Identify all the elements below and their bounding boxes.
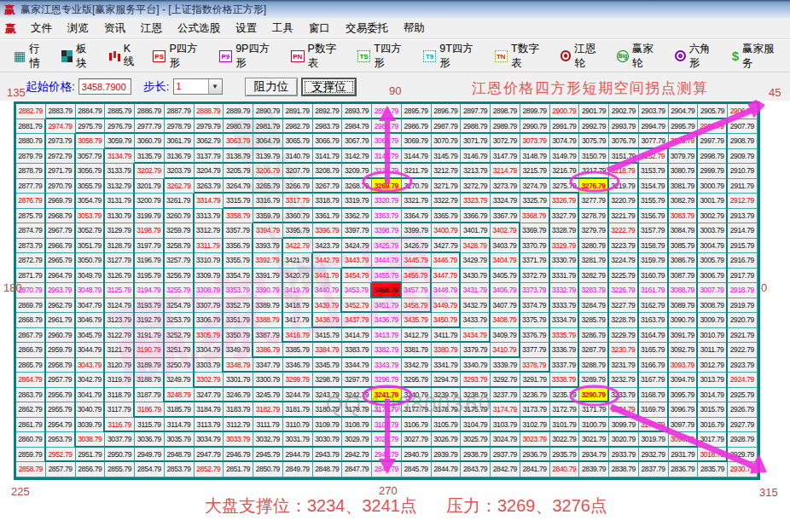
toolbar-label: 板块 xyxy=(76,42,96,71)
support-button[interactable]: 支撑位 xyxy=(301,78,357,96)
grid-cell: 3090.79 xyxy=(669,313,699,328)
toolbar-item-hexagon[interactable]: 六角形 xyxy=(670,39,725,73)
grid-cell: 3101.79 xyxy=(550,418,580,433)
grid-cell: 3263.79 xyxy=(195,179,224,194)
menu-item-9[interactable]: 帮助 xyxy=(396,19,433,38)
grid-cell: 3253.79 xyxy=(165,313,195,328)
toolbar-item-pn[interactable]: PNP数字表 xyxy=(286,39,351,73)
highlight-cell: 3290.79 xyxy=(579,388,609,403)
grid-cell: 3033.79 xyxy=(224,432,253,448)
chevron-down-icon[interactable]: ▼ xyxy=(208,79,222,94)
grid-cell: 3383.79 xyxy=(342,343,372,358)
grid-cell: 2983.79 xyxy=(313,119,343,135)
grid-cell: 3087.79 xyxy=(669,269,699,284)
grid-cell: 2982.79 xyxy=(283,119,313,135)
menu-item-5[interactable]: 设置 xyxy=(228,19,264,38)
grid-cell: 3323.79 xyxy=(461,194,491,209)
start-price-input[interactable] xyxy=(78,78,131,95)
grid-cell: 3139.79 xyxy=(253,149,283,165)
grid-cell: 3367.79 xyxy=(491,209,520,224)
grid-cell: 3421.79 xyxy=(283,253,313,269)
grid-cell: 2857.79 xyxy=(46,462,76,477)
grid-cell: 2913.79 xyxy=(728,209,758,224)
grid-cell: 3348.79 xyxy=(224,358,253,373)
toolbar-item-tn[interactable]: TNT数字表 xyxy=(490,39,554,73)
grid-cell: 3424.79 xyxy=(342,239,372,254)
menu-item-0[interactable]: 文件 xyxy=(23,19,60,38)
grid-cell: 3391.79 xyxy=(253,269,283,284)
grid-cell: 3393.79 xyxy=(253,239,283,254)
grid-cell: 2862.79 xyxy=(16,402,46,418)
grid-cell: 3035.79 xyxy=(165,432,195,448)
grid-cell: 2941.79 xyxy=(372,448,402,463)
grid-cell: 2943.79 xyxy=(313,448,343,463)
grid-cell: 3047.79 xyxy=(76,298,106,314)
grid-cell: 3333.79 xyxy=(550,298,580,314)
toolbar-item-t9[interactable]: T99T四方形 xyxy=(418,39,488,73)
toolbar-item-kline[interactable]: K线 xyxy=(103,40,146,72)
toolbar-label: T数字表 xyxy=(511,42,549,71)
grid-cell: 2975.79 xyxy=(76,119,106,135)
grid-cell: 3350.79 xyxy=(224,328,253,344)
menu-item-8[interactable]: 交易委托 xyxy=(338,19,396,38)
grid-cell: 3408.79 xyxy=(491,313,520,328)
grid-cell: 3169.79 xyxy=(639,402,669,418)
step-select[interactable]: 1 ▼ xyxy=(173,78,223,95)
grid-cell: 3204.79 xyxy=(195,164,224,179)
grid-cell: 3122.79 xyxy=(105,328,135,344)
grid-cell: 3307.79 xyxy=(195,298,224,314)
grid-cell: 2836.79 xyxy=(669,462,699,477)
grid-cell: 3006.79 xyxy=(698,269,728,284)
menu-item-6[interactable]: 工具 xyxy=(264,19,301,38)
toolbar-item-winner-wheel[interactable]: Big赢家轮 xyxy=(612,39,668,73)
grid-cell: 3113.79 xyxy=(195,418,224,433)
grid-cell: 3155.79 xyxy=(639,194,669,209)
grid-cell: 2860.79 xyxy=(16,432,46,448)
toolbar-item-ps[interactable]: PSP四方形 xyxy=(148,39,212,73)
grid-cell: 3381.79 xyxy=(402,343,432,358)
grid-cell: 3120.79 xyxy=(105,358,135,373)
grid-cell: 3284.79 xyxy=(579,298,609,314)
grid-cell: 3384.79 xyxy=(313,343,343,358)
menu-item-1[interactable]: 浏览 xyxy=(60,19,96,38)
grid-cell: 3336.79 xyxy=(550,343,580,358)
grid-cell: 3178.79 xyxy=(372,402,402,418)
grid-cell: 3406.79 xyxy=(491,283,520,298)
grid-cell: 3364.79 xyxy=(402,209,432,224)
grid-cell: 3110.79 xyxy=(283,418,313,433)
grid-cell: 3341.79 xyxy=(432,358,462,373)
toolbar-item-ts[interactable]: TST四方形 xyxy=(352,39,416,73)
resistance-button[interactable]: 阻力位 xyxy=(245,78,299,96)
app-logo-icon: 赢 xyxy=(4,4,15,15)
toolbar-item-quote-grid[interactable]: ▦行情 xyxy=(9,39,55,73)
toolbar-item-blocks[interactable]: 板块 xyxy=(56,39,102,73)
toolbar-item-p9[interactable]: P99P四方形 xyxy=(214,39,284,73)
grid-cell: 3314.79 xyxy=(195,194,224,209)
toolbar-item-service[interactable]: $赢家服务 xyxy=(727,39,788,73)
grid-cell: 3036.79 xyxy=(135,432,165,448)
grid-cell: 2963.79 xyxy=(46,283,76,298)
grid-cell: 2877.79 xyxy=(16,179,46,194)
menu-item-3[interactable]: 江恩 xyxy=(133,19,170,38)
grid-cell: 3375.79 xyxy=(520,313,550,328)
grid-cell: 3371.79 xyxy=(520,253,550,269)
grid-cell: 3232.79 xyxy=(609,373,639,388)
grid-cell: 3257.79 xyxy=(165,253,195,269)
menu-item-2[interactable]: 资讯 xyxy=(96,19,133,38)
grid-cell: 3017.79 xyxy=(698,432,728,448)
grid-cell: 3203.79 xyxy=(165,164,195,179)
grid-cell: 3138.79 xyxy=(224,149,253,165)
grid-cell: 2844.79 xyxy=(432,462,462,477)
grid-cell: 3230.79 xyxy=(609,343,639,358)
grid-cell: 3188.79 xyxy=(135,373,165,388)
grid-cell: 2937.79 xyxy=(491,448,520,463)
menu-item-7[interactable]: 窗口 xyxy=(301,19,338,38)
grid-cell: 3433.79 xyxy=(461,313,491,328)
toolbar-item-gann-wheel[interactable]: 江恩轮 xyxy=(555,39,611,73)
highlight-cell: 3269.79 xyxy=(372,179,402,194)
grid-cell: 3397.79 xyxy=(342,223,372,239)
grid-cell: 3217.79 xyxy=(579,164,609,179)
grid-cell: 3356.79 xyxy=(224,239,253,254)
gann-wheel-icon xyxy=(561,50,572,61)
menu-item-4[interactable]: 公式选股 xyxy=(170,19,228,38)
